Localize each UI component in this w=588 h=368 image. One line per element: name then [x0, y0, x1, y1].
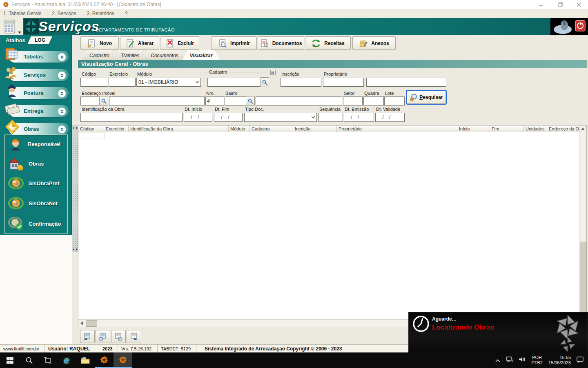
novo-button[interactable]: Novo [80, 36, 119, 50]
exercicio-input[interactable] [109, 78, 136, 87]
column-header[interactable]: Fim [490, 126, 524, 132]
proprietario-codigo-input[interactable] [323, 78, 364, 87]
chevron-down-icon [310, 116, 316, 119]
column-header[interactable]: Código [78, 126, 104, 132]
taskbar-ie-button[interactable]: e [57, 352, 76, 368]
button-label: Excluir [178, 40, 194, 46]
tipo-doc-select[interactable] [244, 113, 317, 122]
taskbar-search-button[interactable] [20, 352, 38, 368]
taskbar-app1-button[interactable] [95, 352, 114, 368]
notification-icon[interactable] [577, 357, 584, 364]
clock-tray[interactable]: 15:55 15/06/2023 [548, 355, 571, 366]
menu-item-servicos[interactable]: 2. Serviços [52, 11, 76, 16]
sidebar-item-confirmacao[interactable]: Confirmação [8, 216, 61, 231]
scroll-up-button[interactable] [579, 126, 586, 132]
codigo-input[interactable] [80, 78, 108, 87]
receitas-button[interactable]: Receitas [305, 36, 351, 50]
restore-button[interactable] [555, 0, 567, 9]
sidebar-item-obras[interactable]: Obras [8, 156, 44, 171]
list-icon[interactable] [270, 70, 276, 77]
chevron-down-icon[interactable] [58, 89, 66, 98]
cadastro-label: Cadastro [208, 70, 229, 74]
close-button[interactable] [572, 0, 585, 9]
prior-record-button[interactable] [96, 330, 110, 343]
bairro-nome-input[interactable] [256, 96, 342, 105]
documentos-button[interactable]: Documentos [258, 36, 304, 50]
taskbar-explorer-button[interactable] [76, 352, 95, 368]
column-header[interactable]: Exercício [104, 126, 129, 132]
endereco-search-button[interactable] [99, 96, 108, 106]
excluir-button[interactable]: Excluir [160, 36, 199, 50]
chevron-down-icon[interactable] [58, 53, 66, 61]
column-header[interactable]: Início [457, 126, 490, 132]
chevron-up-icon[interactable] [58, 125, 66, 134]
bairro-search-button[interactable] [246, 96, 255, 106]
bairro-codigo-input[interactable] [225, 96, 247, 105]
menu-item-help[interactable]: ? [125, 11, 128, 16]
volume-icon[interactable] [519, 357, 526, 364]
dt-inicio-input[interactable] [184, 113, 212, 122]
setor-input[interactable] [343, 96, 363, 105]
sidebar-item-responsavel[interactable]: Responsável [8, 137, 60, 151]
chevron-down-icon[interactable] [58, 107, 66, 116]
language-indicator[interactable]: POR PTB2 [531, 355, 543, 366]
start-button[interactable] [0, 352, 20, 368]
sidebar-group-label: Tabelas [24, 54, 43, 60]
sidebar-item-sisobranet[interactable]: SisObraNet [8, 196, 58, 210]
sidebar-item-sisobrapref[interactable]: SisObraPref [8, 176, 59, 190]
identificacao-input[interactable] [80, 113, 183, 122]
log-tab[interactable]: LOG [28, 36, 52, 44]
proprietario-nome-input[interactable] [366, 78, 446, 87]
next-record-button[interactable] [111, 330, 126, 343]
taskbar-app2-button-active[interactable] [114, 352, 132, 368]
imprimir-button[interactable]: Imprimir [211, 36, 257, 50]
alterar-button[interactable]: Alterar [120, 36, 159, 50]
inscricao-input[interactable] [281, 78, 321, 87]
menu-item-tabelas-gerais[interactable]: 1. Tabelas Gerais [3, 11, 41, 16]
column-header[interactable]: Cadastro [250, 126, 293, 132]
dt-fim-input[interactable] [214, 113, 243, 122]
cadastro-search-button[interactable] [260, 77, 269, 87]
tab-documentos[interactable]: Documentos [143, 50, 185, 60]
nro-input[interactable] [205, 96, 224, 105]
popup-status-label: Localizando Obras [432, 323, 494, 332]
quadra-input[interactable] [363, 96, 384, 105]
table-vscrollbar[interactable] [579, 126, 586, 327]
cadastro-input[interactable] [207, 78, 261, 87]
sequencia-input[interactable] [318, 113, 343, 122]
first-record-button[interactable] [80, 330, 95, 343]
dt-validade-input[interactable] [375, 113, 405, 122]
endereco-nome-input[interactable] [109, 96, 205, 105]
tab-visualizar[interactable]: Visualizar [183, 50, 220, 60]
folder-icon [81, 357, 90, 364]
section-title-bar: Visualização Geral - Obras [78, 60, 587, 68]
modulo-select[interactable]: 01 - IMOBILIÁRIO [136, 78, 201, 87]
scroll-left-button[interactable] [78, 320, 85, 326]
dt-emissao-input[interactable] [344, 113, 374, 122]
hscroll-thumb[interactable] [86, 320, 97, 327]
chevron-down-icon[interactable] [58, 71, 66, 80]
column-header[interactable]: Módulo [229, 126, 250, 132]
tab-tramites[interactable]: Trâmites [114, 50, 147, 60]
anexos-button[interactable]: Anexos [352, 36, 396, 50]
last-record-button[interactable] [127, 330, 141, 343]
task-view-button[interactable] [38, 352, 57, 368]
column-header[interactable]: Identificação da Obra [129, 126, 229, 132]
column-header[interactable]: Incrição [293, 126, 337, 132]
endereco-codigo-input[interactable] [80, 96, 100, 105]
network-icon[interactable] [506, 357, 513, 364]
power-button[interactable] [575, 20, 586, 34]
lote-input[interactable] [384, 96, 405, 105]
toolbar: Novo Alterar Excluir Imprimir Documentos… [78, 35, 588, 51]
tab-cadastro[interactable]: Cadastro [82, 50, 117, 60]
tray-chevron-up-icon[interactable] [495, 357, 500, 364]
sidebar-item-label: Confirmação [29, 221, 61, 227]
tab-label: Trâmites [121, 53, 140, 58]
pesquisar-button[interactable]: Pesquisar [407, 91, 446, 104]
menu-item-relatorios[interactable]: 3. Relatórios [87, 11, 114, 16]
column-header[interactable]: Proprietário [337, 126, 457, 132]
minimize-button[interactable] [535, 0, 547, 9]
splitter-bar[interactable] [72, 126, 78, 252]
column-header[interactable]: Unidades [524, 126, 547, 132]
calculator-icon[interactable] [3, 19, 17, 36]
